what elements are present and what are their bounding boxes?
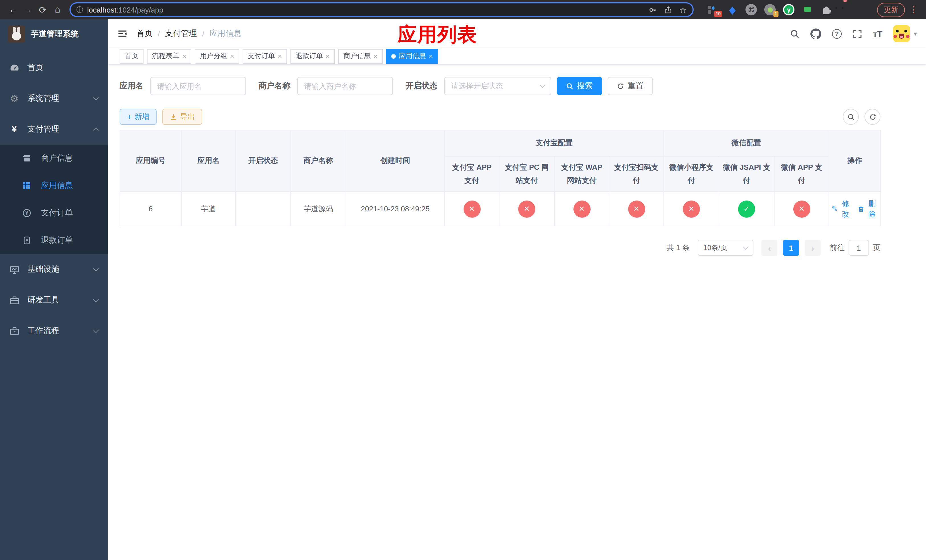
- sidebar-item-merchant-info[interactable]: 商户信息: [0, 145, 108, 172]
- goto-page-input[interactable]: [849, 240, 869, 256]
- close-icon[interactable]: ×: [429, 53, 433, 59]
- merchant-name-input[interactable]: [297, 77, 393, 95]
- extension-kite-icon[interactable]: ◆: [727, 3, 738, 17]
- sidebar-item-label: 商户信息: [41, 153, 73, 163]
- page-size-value: 10条/页: [703, 243, 728, 253]
- extension-y-icon[interactable]: y: [783, 4, 794, 15]
- header-alipay-wap: 支付宝 WAP 网站支付: [554, 156, 609, 192]
- tab-user-group[interactable]: 用户分组×: [195, 49, 239, 64]
- select-placeholder: 请选择开启状态: [451, 81, 503, 91]
- github-icon[interactable]: [810, 28, 821, 39]
- tab-refund-order[interactable]: 退款订单×: [291, 49, 335, 64]
- screen: ← → ⟳ ⌂ ⓘ localhost:1024/pay/app ☆ ♦ 10 …: [0, 0, 926, 560]
- tab-app-info[interactable]: 应用信息×: [386, 49, 438, 64]
- tab-label: 用户分组: [200, 51, 227, 61]
- extension-badge: 10: [714, 11, 722, 17]
- page-size-select[interactable]: 10条/页: [698, 240, 754, 256]
- key-icon[interactable]: [648, 5, 657, 14]
- sidebar-collapse-icon[interactable]: [117, 29, 127, 39]
- chevron-down-icon: [743, 244, 749, 250]
- header-wechat-jsapi: 微信 JSAPI 支付: [719, 156, 774, 192]
- close-icon[interactable]: ×: [374, 53, 378, 59]
- status-select[interactable]: 请选择开启状态: [444, 77, 551, 95]
- close-icon[interactable]: ×: [326, 53, 330, 59]
- next-page-button[interactable]: ›: [805, 240, 821, 256]
- back-icon[interactable]: ←: [6, 5, 21, 15]
- extension-emoji-icon[interactable]: [840, 4, 851, 15]
- cell-wechat-jsapi: ✓: [719, 192, 774, 226]
- sidebar-item-home[interactable]: 首页: [0, 52, 108, 83]
- font-size-icon[interactable]: тT: [873, 29, 882, 38]
- bookmark-star-icon[interactable]: ☆: [679, 5, 687, 14]
- tags-view: 首页 流程表单× 用户分组× 支付订单× 退款订单× 商户信息× 应用信息×: [108, 48, 926, 64]
- reset-button[interactable]: 重置: [608, 77, 653, 95]
- export-button[interactable]: 导出: [162, 109, 202, 125]
- help-icon[interactable]: ?: [832, 29, 842, 38]
- tab-label: 退款订单: [295, 51, 323, 61]
- forward-icon[interactable]: →: [21, 5, 35, 15]
- address-bar[interactable]: ⓘ localhost:1024/pay/app ☆: [70, 2, 694, 17]
- extension-target-icon[interactable]: 1: [764, 4, 776, 15]
- search-form: 应用名 商户名称 开启状态 请选择开启状态 搜索 重置: [120, 77, 915, 95]
- chevron-down-icon: ▾: [914, 30, 917, 37]
- prev-page-button[interactable]: ‹: [761, 240, 777, 256]
- app-logo[interactable]: 芋道管理系统: [0, 20, 108, 49]
- sidebar-item-system[interactable]: ⚙ 系统管理: [0, 83, 108, 114]
- breadcrumb-current: 应用信息: [210, 29, 242, 39]
- delete-link[interactable]: 删除: [857, 198, 878, 219]
- add-button[interactable]: +新增: [120, 109, 157, 125]
- tab-pay-order[interactable]: 支付订单×: [243, 49, 287, 64]
- sidebar-item-label: 支付订单: [41, 208, 73, 218]
- header-merchant: 商户名称: [291, 130, 346, 192]
- sidebar-item-payment[interactable]: ¥ 支付管理: [0, 114, 108, 145]
- app-name-input[interactable]: [150, 77, 246, 95]
- page-1-button[interactable]: 1: [783, 240, 799, 256]
- search-icon[interactable]: [790, 29, 800, 38]
- user-avatar-dropdown[interactable]: ▾: [893, 25, 917, 42]
- breadcrumb-payment[interactable]: 支付管理: [165, 29, 197, 39]
- extension-puzzle-icon[interactable]: [821, 4, 832, 15]
- fullscreen-icon[interactable]: [853, 29, 862, 38]
- browser-update-button[interactable]: 更新: [877, 3, 905, 17]
- close-icon[interactable]: ×: [182, 53, 186, 59]
- home-icon[interactable]: ⌂: [50, 5, 65, 15]
- browser-menu-icon[interactable]: ⋮: [909, 5, 918, 15]
- payment-submenu: 商户信息 应用信息 ¥ 支付订单 退款订单: [0, 145, 108, 254]
- extension-badge: 1: [773, 11, 779, 17]
- breadcrumb-separator: /: [158, 29, 160, 38]
- sidebar-item-infrastructure[interactable]: 基础设施: [0, 254, 108, 285]
- extension-blocks-icon[interactable]: ♦ 10: [708, 4, 719, 15]
- cell-status: [236, 192, 291, 226]
- toggle-search-button[interactable]: [843, 109, 859, 125]
- sidebar-item-label: 系统管理: [27, 94, 59, 104]
- tab-label: 首页: [125, 51, 138, 61]
- close-icon[interactable]: ×: [278, 53, 282, 59]
- site-info-icon[interactable]: ⓘ: [76, 5, 83, 15]
- share-icon[interactable]: [664, 5, 672, 14]
- tab-home[interactable]: 首页: [120, 49, 144, 64]
- cell-created-at: 2021-10-23 08:49:25: [346, 192, 445, 226]
- extension-command-icon[interactable]: ⌘: [746, 4, 757, 15]
- reload-icon[interactable]: ⟳: [35, 4, 50, 15]
- tab-merchant-info[interactable]: 商户信息×: [338, 49, 383, 64]
- tab-label: 支付订单: [248, 51, 275, 61]
- sidebar-item-workflow[interactable]: 工作流程: [0, 316, 108, 347]
- close-icon[interactable]: ×: [230, 53, 234, 59]
- edit-link[interactable]: ✎修改: [831, 198, 852, 219]
- sidebar-item-app-info[interactable]: 应用信息: [0, 172, 108, 200]
- extension-chat-icon[interactable]: [802, 4, 813, 15]
- breadcrumb-home[interactable]: 首页: [137, 29, 153, 39]
- chevron-down-icon: [540, 82, 545, 88]
- chevron-down-icon: [93, 297, 99, 302]
- refresh-table-button[interactable]: [864, 109, 881, 125]
- tab-flow-form[interactable]: 流程表单×: [147, 49, 191, 64]
- url-host: localhost: [87, 5, 117, 14]
- sidebar-item-pay-order[interactable]: ¥ 支付订单: [0, 200, 108, 227]
- sidebar-item-dev-tools[interactable]: 研发工具: [0, 285, 108, 316]
- chevron-up-icon: [93, 127, 99, 133]
- add-button-label: 新增: [135, 112, 149, 122]
- search-button[interactable]: 搜索: [557, 77, 602, 95]
- sidebar-item-refund-order[interactable]: 退款订单: [0, 227, 108, 254]
- page-unit-label: 页: [873, 243, 881, 253]
- status-icon-alipay-app: ✕: [463, 200, 480, 217]
